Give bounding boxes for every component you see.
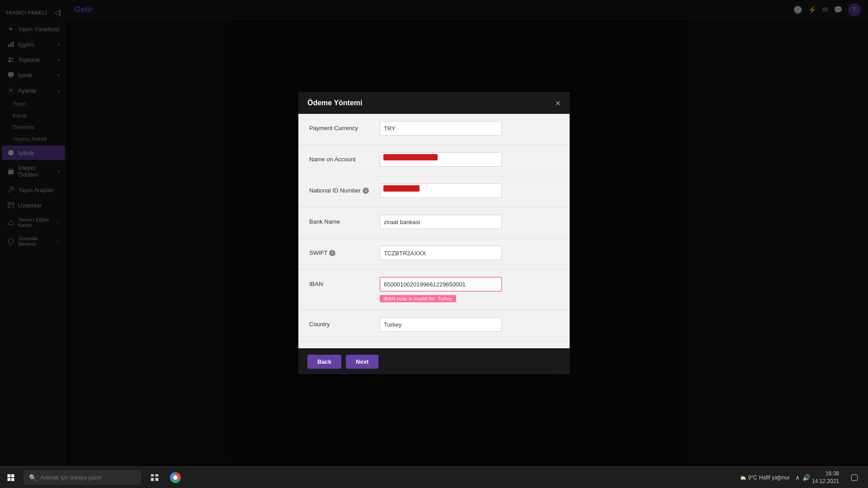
chrome-icon xyxy=(170,472,181,483)
redacted-name-overlay xyxy=(383,154,438,160)
payment-currency-label: Payment Currency xyxy=(309,121,373,131)
svg-rect-16 xyxy=(151,478,154,481)
svg-rect-11 xyxy=(11,474,14,477)
swift-info-icon[interactable]: i xyxy=(329,250,335,256)
modal-overlay: Ödeme Yöntemi × Payment Currency Name on… xyxy=(0,0,868,466)
national-id-row: National ID Number i xyxy=(309,183,559,198)
payment-currency-input[interactable] xyxy=(380,121,502,136)
chrome-button[interactable] xyxy=(165,468,185,488)
national-id-info-icon[interactable]: i xyxy=(363,188,369,194)
swift-label: SWIFT i xyxy=(309,246,373,256)
modal-close-button[interactable]: × xyxy=(555,99,561,108)
speaker-icon[interactable]: 🔊 xyxy=(802,474,810,481)
payment-currency-row: Payment Currency xyxy=(309,121,559,136)
bank-name-row: Bank Name xyxy=(309,215,559,229)
modal-title: Ödeme Yöntemi xyxy=(307,99,363,107)
iban-row: IBAN xyxy=(309,277,559,291)
svg-rect-18 xyxy=(851,474,857,480)
payment-currency-section: Payment Currency xyxy=(298,114,570,145)
spacer xyxy=(298,341,570,348)
weather-condition: Hafif yağmur xyxy=(759,474,790,481)
bank-name-input[interactable] xyxy=(380,215,502,229)
iban-input[interactable] xyxy=(380,277,502,291)
country-row: Country xyxy=(309,317,559,332)
system-tray-icons: ∧ 🔊 xyxy=(795,474,810,481)
national-id-label: National ID Number i xyxy=(309,183,373,194)
swift-section: SWIFT i xyxy=(298,239,570,270)
svg-rect-14 xyxy=(151,474,154,476)
bank-name-label: Bank Name xyxy=(309,215,373,225)
task-view-button[interactable] xyxy=(145,468,165,488)
national-id-section: National ID Number i xyxy=(298,176,570,207)
weather-widget: ⛅ 9°C Hafif yağmur xyxy=(740,474,790,481)
weather-temp: 9°C xyxy=(748,474,757,481)
modal-footer: Back Next xyxy=(298,348,570,374)
back-button[interactable]: Back xyxy=(307,355,341,369)
name-on-account-section: Name on Account xyxy=(298,145,570,176)
svg-rect-13 xyxy=(11,478,14,481)
modal-header: Ödeme Yöntemi × xyxy=(298,92,570,114)
svg-rect-12 xyxy=(8,478,11,481)
next-button[interactable]: Next xyxy=(346,355,378,369)
modal-body: Payment Currency Name on Account xyxy=(298,114,570,348)
search-icon: 🔍 xyxy=(29,474,37,481)
taskbar-search[interactable]: 🔍 xyxy=(24,470,141,485)
svg-rect-10 xyxy=(8,474,11,477)
swift-row: SWIFT i xyxy=(309,246,559,260)
redacted-id-overlay xyxy=(383,185,420,192)
taskbar: 🔍 ⛅ 9°C Hafif yağmur ∧ 🔊 16:38 14.12.202… xyxy=(0,466,868,488)
system-clock: 16:38 14.12.2021 xyxy=(812,470,843,485)
clock-date: 14.12.2021 xyxy=(812,478,839,485)
taskbar-right-area: ⛅ 9°C Hafif yağmur ∧ 🔊 16:38 14.12.2021 xyxy=(740,468,868,488)
taskbar-pinned-icons xyxy=(145,468,185,488)
iban-label: IBAN xyxy=(309,277,373,287)
notification-icon xyxy=(851,474,858,481)
payment-method-modal: Ödeme Yöntemi × Payment Currency Name on… xyxy=(298,92,570,374)
name-on-account-label: Name on Account xyxy=(309,152,373,163)
svg-rect-17 xyxy=(156,478,159,481)
svg-rect-15 xyxy=(156,474,159,476)
swift-input[interactable] xyxy=(380,246,502,260)
country-section: Country xyxy=(298,310,570,341)
iban-error-message: IBAN code is invalid for: Turkey xyxy=(380,295,456,302)
taskbar-search-input[interactable] xyxy=(40,474,136,481)
clock-time: 16:38 xyxy=(812,470,839,478)
expand-tray-icon[interactable]: ∧ xyxy=(795,474,800,481)
notification-button[interactable] xyxy=(844,468,864,488)
task-view-icon xyxy=(150,473,159,482)
bank-name-section: Bank Name xyxy=(298,207,570,239)
weather-icon: ⛅ xyxy=(740,474,746,481)
country-input[interactable] xyxy=(380,317,502,332)
start-button[interactable] xyxy=(0,467,22,488)
iban-section: IBAN IBAN code is invalid for: Turkey xyxy=(298,270,570,310)
country-label: Country xyxy=(309,317,373,328)
windows-logo-icon xyxy=(6,473,15,482)
name-on-account-row: Name on Account xyxy=(309,152,559,167)
